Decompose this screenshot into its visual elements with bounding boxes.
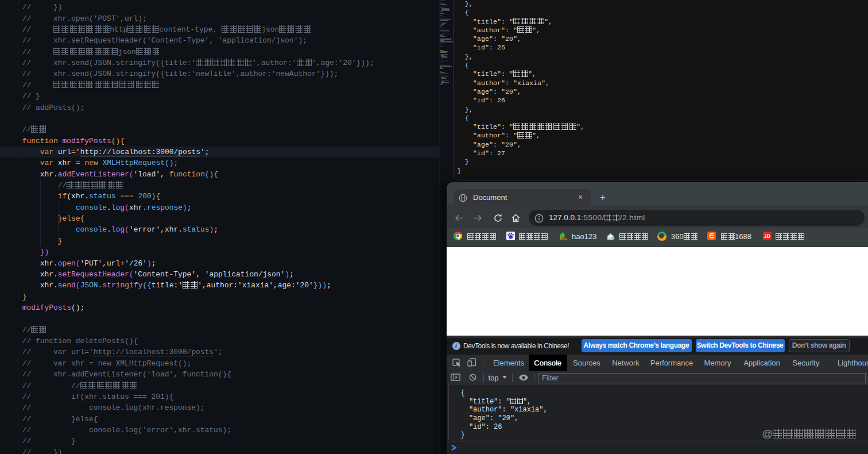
svg-text:5: 5 [613,236,615,240]
svg-text:hao: hao [560,237,567,241]
